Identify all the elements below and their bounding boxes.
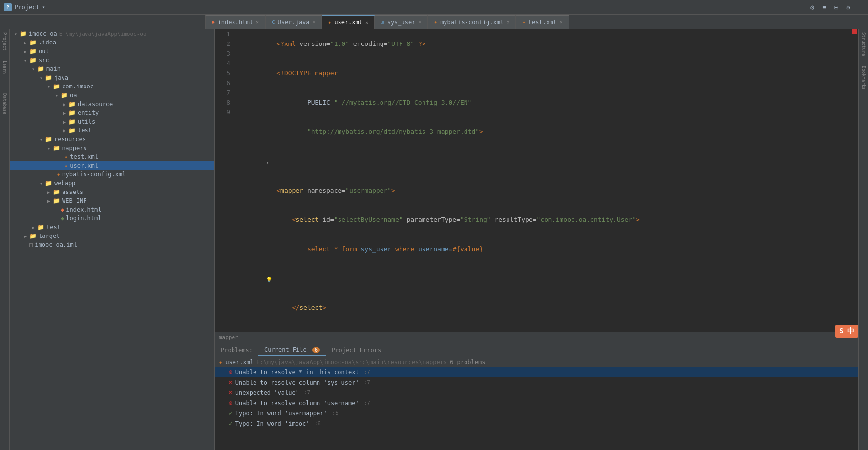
tab-user-xml[interactable]: ✦ user.xml ✕ — [322, 15, 375, 29]
tree-label-out: out — [39, 48, 49, 55]
tab-close-user-xml[interactable]: ✕ — [365, 20, 368, 25]
gear-icon[interactable]: ⚙ — [844, 2, 852, 12]
tree-label-test-xml-file: test.xml — [70, 153, 98, 160]
tab-test-xml[interactable]: ✦ test.xml ✕ — [516, 15, 569, 29]
tab-index-html[interactable]: ◆ index.html ✕ — [205, 15, 265, 29]
sidebar-tab-bookmarks[interactable]: Bookmarks — [861, 66, 866, 90]
split-icon[interactable]: ⊟ — [832, 2, 840, 12]
tree-item-entity[interactable]: ▶ 📁 entity — [10, 108, 214, 117]
tree-arrow-test-subdir: ▶ — [61, 128, 68, 133]
folder-icon-test-subdir: 📁 — [68, 127, 76, 134]
minus-icon[interactable]: — — [856, 2, 864, 12]
tree-label-idea: .idea — [39, 39, 56, 46]
tree-item-out[interactable]: ▶ 📁 out — [10, 47, 214, 56]
tree-item-root[interactable]: ▾ 📁 imooc-oa E:\my\java\javaApp\imooc-oa — [10, 29, 214, 38]
folder-icon-webapp: 📁 — [45, 180, 52, 187]
tree-label-webapp: webapp — [54, 180, 75, 187]
tree-item-user-xml-file[interactable]: ▶ ✦ user.xml — [10, 161, 214, 170]
folder-icon-entity: 📁 — [68, 109, 76, 116]
tree-item-src[interactable]: ▾ 📁 src — [10, 56, 214, 64]
tree-item-iml[interactable]: ▶ □ imooc-oa.iml — [10, 240, 214, 249]
sidebar-tab-structure[interactable]: Structure — [861, 32, 866, 56]
folder-icon-main: 📁 — [37, 65, 44, 72]
tree-label-java: java — [54, 74, 68, 81]
tree-item-index-html[interactable]: ▶ ◆ index.html — [10, 205, 214, 214]
current-file-label: Current File — [264, 346, 307, 353]
tree-item-assets[interactable]: ▶ 📁 assets — [10, 188, 214, 196]
tree-arrow-datasource: ▶ — [61, 102, 68, 107]
tree-item-web-inf[interactable]: ▶ 📁 WEB-INF — [10, 196, 214, 205]
code-content[interactable]: <?xml version="1.0" encoding="UTF-8" ?> … — [234, 29, 851, 332]
problem-text-err3: unexpected 'value' — [235, 389, 299, 396]
problem-item-warn2[interactable]: ✓ Typo: In word 'imooc' :6 — [215, 418, 858, 429]
tree-item-datasource[interactable]: ▶ 📁 datasource — [10, 100, 214, 108]
tab-label-sys-user: sys_user — [387, 19, 416, 26]
tree-item-oa[interactable]: ▾ 📁 oa — [10, 91, 214, 100]
problem-location-warn1: :5 — [332, 410, 339, 416]
error-mark-top — [852, 29, 857, 34]
right-error-gutter — [851, 29, 858, 332]
folder-icon-src: 📁 — [29, 57, 37, 64]
problem-item-err1[interactable]: ⊗ Unable to resolve * in this context :7 — [215, 367, 858, 377]
status-context: mapper — [219, 334, 238, 341]
sidebar-tab-project[interactable]: Project — [2, 32, 7, 51]
tree-item-mybatis-config[interactable]: ▶ ✦ mybatis-config.xml — [10, 170, 214, 179]
tree-label-login-html-file: login.html — [66, 215, 101, 222]
tree-item-target[interactable]: ▶ 📁 target — [10, 232, 214, 240]
problem-item-err2[interactable]: ⊗ Unable to resolve column 'sys_user' :7 — [215, 377, 858, 387]
tree-item-test-main[interactable]: ▶ 📁 test — [10, 223, 214, 232]
tab-sys-user[interactable]: ⊞ sys_user ✕ — [375, 15, 427, 29]
tab-mybatis-config[interactable]: ✦ mybatis-config.xml ✕ — [428, 15, 516, 29]
tree-item-resources[interactable]: ▾ 📁 resources — [10, 135, 214, 144]
main-area: Project Learn Database ▾ 📁 imooc-oa E:\m… — [0, 29, 868, 450]
tab-close-user-java[interactable]: ✕ — [313, 20, 316, 25]
folder-icon-test-main: 📁 — [37, 224, 44, 231]
tree-item-java[interactable]: ▾ 📁 java — [10, 73, 214, 82]
tab-problems[interactable]: Problems: — [215, 345, 258, 356]
tab-close-test-xml[interactable]: ✕ — [560, 20, 563, 25]
tree-label-datasource: datasource — [78, 101, 113, 107]
tree-path-root: E:\my\java\javaApp\imooc-oa — [59, 31, 147, 37]
tree-item-test-subdir[interactable]: ▶ 📁 test — [10, 126, 214, 135]
tab-user-java[interactable]: C User.java ✕ — [265, 15, 322, 29]
tree-item-com-imooc[interactable]: ▾ 📁 com.imooc — [10, 82, 214, 91]
line-numbers: 1 2 3 4 5 6 7 8 9 — [215, 29, 234, 332]
problem-file-icon: ✦ — [219, 359, 222, 365]
folder-icon-java: 📁 — [45, 74, 52, 81]
tree-arrow-resources: ▾ — [37, 137, 45, 142]
problem-item-err4[interactable]: ⊗ Unable to resolve column 'username' :7 — [215, 398, 858, 408]
tree-label-iml-file: imooc-oa.iml — [35, 241, 77, 248]
problem-location-err2: :7 — [364, 379, 370, 386]
sidebar-tab-learn[interactable]: Learn — [2, 61, 7, 74]
tab-current-file[interactable]: Current File 6 — [258, 344, 326, 356]
problem-item-warn1[interactable]: ✓ Typo: In word 'usermapper' :5 — [215, 408, 858, 418]
problem-item-err3[interactable]: ⊗ unexpected 'value' :7 — [215, 387, 858, 398]
sidebar-tab-database[interactable]: Database — [2, 93, 7, 114]
tree-label-root: imooc-oa — [29, 30, 57, 37]
folder-icon-resources: 📁 — [45, 136, 52, 143]
code-editor[interactable]: 1 2 3 4 5 6 7 8 9 <?xml version="1.0" en… — [215, 29, 858, 332]
right-sidebar-gutter: Structure Bookmarks — [858, 29, 868, 450]
tab-close-mybatis-config[interactable]: ✕ — [507, 20, 509, 25]
tab-close-sys-user[interactable]: ✕ — [418, 20, 421, 25]
tree-item-utils[interactable]: ▶ 📁 utils — [10, 117, 214, 126]
dropdown-icon[interactable]: ▾ — [42, 4, 45, 10]
code-line-4: "http://mybatis.org/dtd/mybatis-3-mapper… — [238, 117, 847, 147]
problem-count: 6 problems — [450, 359, 485, 365]
tree-label-utils: utils — [78, 118, 95, 125]
folder-icon-mappers: 📁 — [53, 145, 60, 151]
tab-close-index-html[interactable]: ✕ — [256, 20, 259, 25]
tree-item-test-xml-file[interactable]: ▶ ✦ test.xml — [10, 152, 214, 161]
tree-item-mappers[interactable]: ▾ 📁 mappers — [10, 144, 214, 152]
tree-item-idea[interactable]: ▶ 📁 .idea — [10, 38, 214, 47]
tree-item-main[interactable]: ▾ 📁 main — [10, 64, 214, 73]
tree-label-mybatis-config-file: mybatis-config.xml — [62, 171, 126, 178]
code-line-5: ▾ <mapper namespace="usermapper"> — [238, 147, 847, 205]
tab-project-errors[interactable]: Project Errors — [326, 345, 387, 356]
tree-item-login-html[interactable]: ▶ ◆ login.html — [10, 214, 214, 223]
tree-arrow-web-inf: ▶ — [45, 198, 53, 204]
problem-location-err3: :7 — [304, 389, 310, 396]
tree-item-webapp[interactable]: ▾ 📁 webapp — [10, 179, 214, 188]
settings-icon[interactable]: ⚙ — [808, 2, 816, 12]
list-icon[interactable]: ≡ — [820, 2, 828, 12]
